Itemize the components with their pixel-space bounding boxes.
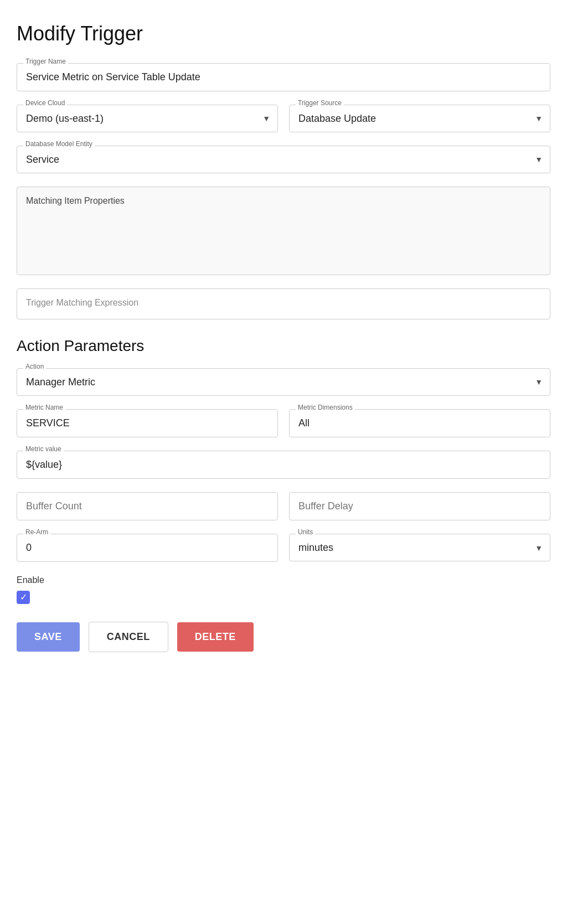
button-row: SAVE CANCEL DELETE: [17, 622, 550, 652]
metric-dimensions-label: Metric Dimensions: [296, 404, 355, 411]
cancel-button[interactable]: CANCEL: [89, 622, 168, 652]
database-model-entity-select[interactable]: Service: [17, 146, 550, 173]
checkbox-check-icon: ✓: [20, 593, 27, 602]
delete-button[interactable]: DELETE: [177, 622, 254, 652]
trigger-source-label: Trigger Source: [296, 99, 344, 107]
action-parameters-title: Action Parameters: [17, 337, 550, 355]
metric-value-field: Metric value: [17, 451, 550, 479]
action-label: Action: [23, 363, 46, 370]
units-select[interactable]: minutes: [289, 534, 550, 561]
buffer-count-field: [17, 492, 278, 520]
trigger-source-select[interactable]: Database Update: [289, 105, 550, 132]
buffer-delay-input[interactable]: [289, 492, 550, 520]
metric-name-field: Metric Name: [17, 409, 278, 437]
trigger-source-field: Trigger Source Database Update ▼: [289, 105, 550, 132]
device-cloud-select[interactable]: Demo (us-east-1): [17, 105, 278, 132]
buffer-row: [17, 492, 550, 520]
action-field: Action Manager Metric ▼: [17, 368, 550, 396]
trigger-name-label: Trigger Name: [23, 58, 68, 65]
device-trigger-row: Device Cloud Demo (us-east-1) ▼ Trigger …: [17, 105, 550, 132]
matching-item-properties-box: Matching Item Properties: [17, 187, 550, 275]
save-button[interactable]: SAVE: [17, 622, 80, 652]
device-cloud-label: Device Cloud: [23, 99, 67, 107]
rearm-units-row: Re-Arm Units minutes ▼: [17, 534, 550, 562]
metric-name-label: Metric Name: [23, 404, 65, 411]
trigger-matching-expression-box[interactable]: Trigger Matching Expression: [17, 288, 550, 319]
units-label: Units: [296, 528, 315, 536]
page-title: Modify Trigger: [17, 22, 550, 45]
buffer-count-input[interactable]: [17, 492, 278, 520]
device-cloud-field: Device Cloud Demo (us-east-1) ▼: [17, 105, 278, 132]
database-model-entity-label: Database Model Entity: [23, 140, 95, 148]
metric-value-input[interactable]: [17, 451, 550, 479]
metric-dimensions-field: Metric Dimensions: [289, 409, 550, 437]
trigger-name-input[interactable]: [17, 63, 550, 91]
metric-name-dimensions-row: Metric Name Metric Dimensions: [17, 409, 550, 437]
action-select[interactable]: Manager Metric: [17, 368, 550, 396]
enable-checkbox[interactable]: ✓: [17, 591, 30, 604]
units-field: Units minutes ▼: [289, 534, 550, 562]
trigger-name-field: Trigger Name: [17, 63, 550, 91]
re-arm-label: Re-Arm: [23, 528, 50, 536]
re-arm-field: Re-Arm: [17, 534, 278, 562]
database-model-entity-field: Database Model Entity Service ▼: [17, 146, 550, 173]
metric-name-input[interactable]: [17, 409, 278, 437]
buffer-delay-field: [289, 492, 550, 520]
re-arm-input[interactable]: [17, 534, 278, 562]
matching-item-properties-title: Matching Item Properties: [26, 196, 125, 205]
metric-value-label: Metric value: [23, 445, 64, 453]
metric-dimensions-input[interactable]: [289, 409, 550, 437]
trigger-matching-expression-text: Trigger Matching Expression: [26, 298, 138, 307]
enable-checkbox-wrapper: ✓: [17, 591, 550, 604]
enable-label: Enable: [17, 575, 550, 585]
